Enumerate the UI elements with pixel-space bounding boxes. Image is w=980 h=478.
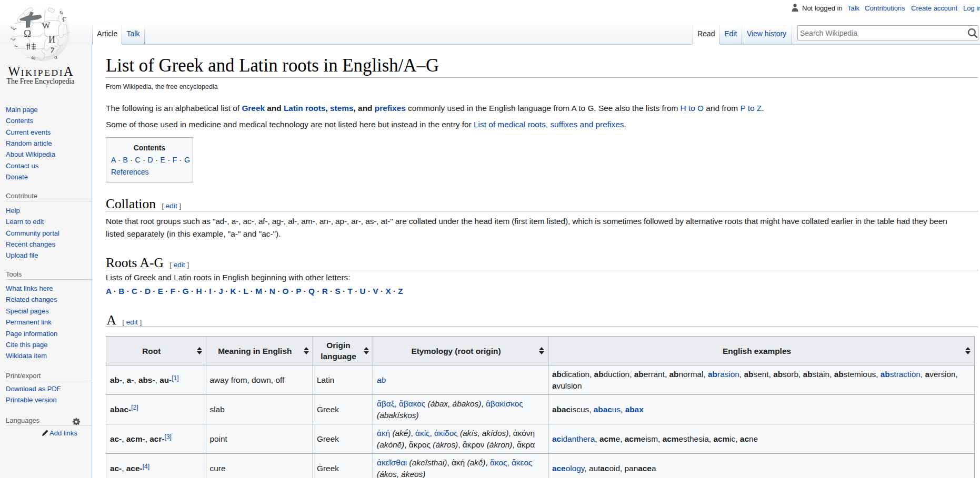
svg-text:И: И [48,34,55,45]
svg-text:W: W [42,20,51,31]
svg-text:Ω: Ω [24,28,31,39]
